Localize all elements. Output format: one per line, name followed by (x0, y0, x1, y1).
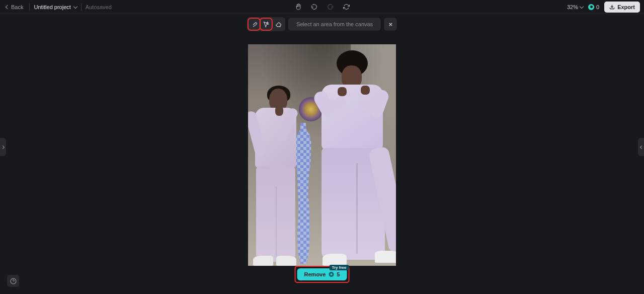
undo-icon (311, 4, 317, 10)
credits-value: 0 (596, 4, 599, 10)
redo-icon (327, 4, 334, 10)
left-panel-toggle[interactable] (0, 138, 6, 156)
tool-bar: Select an area from the canvas (247, 17, 397, 31)
eraser-tool-button[interactable] (273, 19, 283, 29)
autosave-status: Autosaved (86, 4, 112, 10)
remove-cost: 5 (337, 271, 340, 277)
canvas[interactable] (248, 44, 396, 266)
brush-icon (251, 21, 257, 28)
credit-icon (588, 4, 594, 10)
pan-tool-button[interactable] (294, 3, 302, 11)
chevron-down-icon (580, 4, 584, 8)
help-icon (10, 278, 17, 284)
chevron-down-icon (73, 4, 77, 8)
hand-icon (295, 4, 301, 10)
redo-button[interactable] (326, 3, 334, 11)
export-label: Export (617, 4, 635, 10)
refresh-button[interactable] (342, 3, 350, 11)
select-prompt: Select an area from the canvas (288, 18, 381, 31)
close-icon (388, 22, 393, 27)
remove-label: Remove (304, 271, 326, 277)
undo-button[interactable] (310, 3, 318, 11)
top-bar: Back Untitled project Autosaved 32% (0, 0, 644, 14)
credits-display[interactable]: 0 (588, 4, 599, 10)
zoom-value: 32% (567, 4, 578, 10)
cursor-sparkle-icon (263, 21, 269, 28)
project-name-dropdown[interactable]: Untitled project (34, 4, 76, 10)
divider (29, 4, 30, 11)
download-icon (609, 4, 615, 10)
credit-icon (329, 272, 334, 277)
brush-tool-button[interactable] (249, 19, 259, 29)
zoom-dropdown[interactable]: 32% (567, 4, 583, 10)
tool-group (247, 17, 285, 31)
close-tool-button[interactable] (384, 18, 397, 31)
remove-button[interactable]: Remove 5 Try free (297, 268, 347, 280)
divider (81, 4, 82, 11)
person-right (312, 49, 395, 266)
back-label: Back (11, 4, 23, 10)
top-bar-center (294, 3, 350, 11)
remove-action-highlight: Remove 5 Try free (296, 267, 348, 281)
right-panel-toggle[interactable] (638, 138, 644, 156)
auto-select-tool-button[interactable] (261, 19, 271, 29)
person-left (248, 80, 301, 266)
chevron-right-icon (1, 145, 4, 149)
refresh-icon (343, 4, 350, 10)
eraser-icon (275, 21, 281, 28)
top-bar-right: 32% 0 Export (567, 2, 640, 13)
chevron-left-icon (6, 5, 10, 9)
help-button[interactable] (7, 275, 19, 287)
back-button[interactable]: Back (4, 3, 25, 11)
chevron-left-icon (639, 145, 643, 149)
canvas-image (248, 44, 396, 266)
top-bar-left: Back Untitled project Autosaved (4, 3, 112, 11)
export-button[interactable]: Export (604, 2, 640, 13)
project-name-text: Untitled project (34, 4, 70, 10)
try-free-badge: Try free (330, 265, 349, 270)
